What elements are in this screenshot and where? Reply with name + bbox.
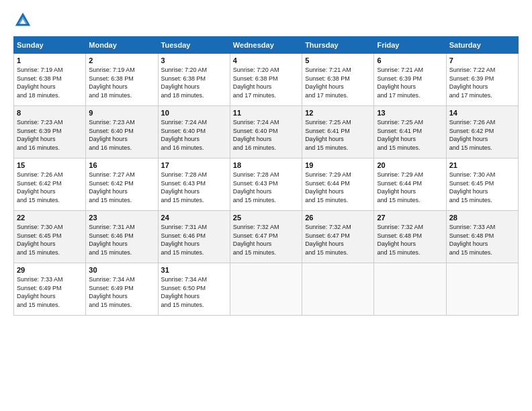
calendar-cell: 17 Sunrise: 7:28 AM Sunset: 6:43 PM Dayl… [158,158,230,211]
day-info: Sunrise: 7:32 AM Sunset: 6:47 PM Dayligh… [305,223,371,257]
day-number: 17 [161,161,227,169]
day-info: Sunrise: 7:29 AM Sunset: 6:44 PM Dayligh… [377,171,443,204]
calendar-week-row: 8 Sunrise: 7:23 AM Sunset: 6:39 PM Dayli… [14,106,519,158]
day-number: 28 [449,214,515,222]
day-number: 4 [233,56,299,64]
calendar-cell: 19 Sunrise: 7:29 AM Sunset: 6:44 PM Dayl… [302,158,374,211]
day-info: Sunrise: 7:25 AM Sunset: 6:41 PM Dayligh… [305,118,371,152]
day-number: 6 [377,56,443,64]
calendar-cell: 29 Sunrise: 7:33 AM Sunset: 6:49 PM Dayl… [14,263,86,316]
day-info: Sunrise: 7:19 AM Sunset: 6:38 PM Dayligh… [17,66,83,99]
day-info: Sunrise: 7:25 AM Sunset: 6:41 PM Dayligh… [377,118,443,152]
calendar-cell: 3 Sunrise: 7:20 AM Sunset: 6:38 PM Dayli… [158,54,230,106]
day-info: Sunrise: 7:34 AM Sunset: 6:50 PM Dayligh… [161,275,227,309]
calendar-cell: 12 Sunrise: 7:25 AM Sunset: 6:41 PM Dayl… [302,106,374,158]
day-number: 18 [233,161,299,169]
day-number: 12 [305,109,371,117]
weekday-header: Monday [86,37,158,54]
calendar-cell: 28 Sunrise: 7:33 AM Sunset: 6:48 PM Dayl… [446,211,518,263]
day-number: 9 [89,109,154,117]
calendar-cell: 1 Sunrise: 7:19 AM Sunset: 6:38 PM Dayli… [14,54,86,106]
calendar-cell: 13 Sunrise: 7:25 AM Sunset: 6:41 PM Dayl… [374,106,446,158]
calendar-week-row: 22 Sunrise: 7:30 AM Sunset: 6:45 PM Dayl… [14,211,519,263]
day-number: 24 [161,214,227,222]
calendar-cell: 30 Sunrise: 7:34 AM Sunset: 6:49 PM Dayl… [86,263,158,316]
weekday-header: Friday [374,37,446,54]
calendar-cell: 7 Sunrise: 7:22 AM Sunset: 6:39 PM Dayli… [446,54,518,106]
day-number: 1 [17,56,83,64]
calendar-cell: 16 Sunrise: 7:27 AM Sunset: 6:42 PM Dayl… [86,158,158,211]
weekday-header: Thursday [302,37,374,54]
day-info: Sunrise: 7:32 AM Sunset: 6:48 PM Dayligh… [377,223,443,257]
day-info: Sunrise: 7:20 AM Sunset: 6:38 PM Dayligh… [233,66,299,99]
page: SundayMondayTuesdayWednesdayThursdayFrid… [0,0,532,411]
calendar-cell: 18 Sunrise: 7:28 AM Sunset: 6:43 PM Dayl… [230,158,302,211]
day-info: Sunrise: 7:31 AM Sunset: 6:46 PM Dayligh… [89,223,154,257]
calendar-cell [302,263,374,316]
calendar-cell: 21 Sunrise: 7:30 AM Sunset: 6:45 PM Dayl… [446,158,518,211]
calendar-cell: 22 Sunrise: 7:30 AM Sunset: 6:45 PM Dayl… [14,211,86,263]
day-info: Sunrise: 7:19 AM Sunset: 6:38 PM Dayligh… [89,66,154,99]
day-number: 30 [89,266,154,274]
day-info: Sunrise: 7:33 AM Sunset: 6:49 PM Dayligh… [17,275,83,309]
day-number: 19 [305,161,371,169]
calendar-table: SundayMondayTuesdayWednesdayThursdayFrid… [13,36,519,316]
logo [13,11,35,30]
calendar-cell: 14 Sunrise: 7:26 AM Sunset: 6:42 PM Dayl… [446,106,518,158]
day-info: Sunrise: 7:29 AM Sunset: 6:44 PM Dayligh… [305,171,371,204]
day-info: Sunrise: 7:23 AM Sunset: 6:39 PM Dayligh… [17,118,83,152]
day-info: Sunrise: 7:30 AM Sunset: 6:45 PM Dayligh… [17,223,83,257]
day-number: 10 [161,109,227,117]
day-number: 16 [89,161,154,169]
day-number: 5 [305,56,371,64]
day-info: Sunrise: 7:22 AM Sunset: 6:39 PM Dayligh… [449,66,515,99]
calendar-cell: 8 Sunrise: 7:23 AM Sunset: 6:39 PM Dayli… [14,106,86,158]
day-info: Sunrise: 7:24 AM Sunset: 6:40 PM Dayligh… [161,118,227,152]
day-number: 21 [449,161,515,169]
logo-icon [13,11,32,30]
weekday-header: Wednesday [230,37,302,54]
calendar-week-row: 29 Sunrise: 7:33 AM Sunset: 6:49 PM Dayl… [14,263,519,316]
day-info: Sunrise: 7:32 AM Sunset: 6:47 PM Dayligh… [233,223,299,257]
calendar-cell: 11 Sunrise: 7:24 AM Sunset: 6:40 PM Dayl… [230,106,302,158]
day-number: 14 [449,109,515,117]
day-info: Sunrise: 7:26 AM Sunset: 6:42 PM Dayligh… [17,171,83,204]
day-number: 29 [17,266,83,274]
day-number: 8 [17,109,83,117]
weekday-header: Sunday [14,37,86,54]
calendar-cell: 24 Sunrise: 7:31 AM Sunset: 6:46 PM Dayl… [158,211,230,263]
day-number: 25 [233,214,299,222]
calendar-week-row: 15 Sunrise: 7:26 AM Sunset: 6:42 PM Dayl… [14,158,519,211]
day-number: 20 [377,161,443,169]
calendar-cell: 2 Sunrise: 7:19 AM Sunset: 6:38 PM Dayli… [86,54,158,106]
day-number: 26 [305,214,371,222]
day-number: 2 [89,56,154,64]
day-number: 13 [377,109,443,117]
calendar-cell: 23 Sunrise: 7:31 AM Sunset: 6:46 PM Dayl… [86,211,158,263]
day-number: 3 [161,56,227,64]
calendar-cell: 15 Sunrise: 7:26 AM Sunset: 6:42 PM Dayl… [14,158,86,211]
calendar-cell: 27 Sunrise: 7:32 AM Sunset: 6:48 PM Dayl… [374,211,446,263]
day-info: Sunrise: 7:20 AM Sunset: 6:38 PM Dayligh… [161,66,227,99]
day-info: Sunrise: 7:26 AM Sunset: 6:42 PM Dayligh… [449,118,515,152]
calendar-week-row: 1 Sunrise: 7:19 AM Sunset: 6:38 PM Dayli… [14,54,519,106]
day-number: 31 [161,266,227,274]
calendar-cell: 6 Sunrise: 7:21 AM Sunset: 6:39 PM Dayli… [374,54,446,106]
weekday-header: Tuesday [158,37,230,54]
calendar-cell: 10 Sunrise: 7:24 AM Sunset: 6:40 PM Dayl… [158,106,230,158]
header [13,11,519,30]
calendar-cell [446,263,518,316]
day-info: Sunrise: 7:24 AM Sunset: 6:40 PM Dayligh… [233,118,299,152]
calendar-cell: 5 Sunrise: 7:21 AM Sunset: 6:38 PM Dayli… [302,54,374,106]
day-info: Sunrise: 7:23 AM Sunset: 6:40 PM Dayligh… [89,118,154,152]
day-info: Sunrise: 7:30 AM Sunset: 6:45 PM Dayligh… [449,171,515,204]
calendar-cell: 25 Sunrise: 7:32 AM Sunset: 6:47 PM Dayl… [230,211,302,263]
day-number: 22 [17,214,83,222]
calendar-cell: 20 Sunrise: 7:29 AM Sunset: 6:44 PM Dayl… [374,158,446,211]
day-info: Sunrise: 7:33 AM Sunset: 6:48 PM Dayligh… [449,223,515,257]
day-number: 27 [377,214,443,222]
day-number: 11 [233,109,299,117]
day-number: 23 [89,214,154,222]
calendar-cell [230,263,302,316]
day-info: Sunrise: 7:31 AM Sunset: 6:46 PM Dayligh… [161,223,227,257]
